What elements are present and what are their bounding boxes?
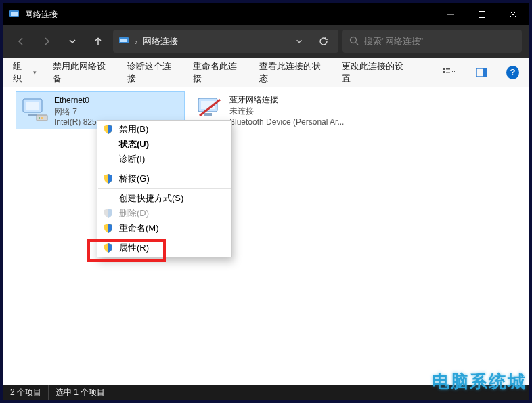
svg-rect-3 [479,12,485,18]
shield-icon [103,173,114,184]
svg-point-21 [41,117,43,119]
search-input[interactable]: 搜索"网络连接" [342,30,522,53]
svg-rect-13 [446,72,450,73]
menu-separator [98,188,231,189]
shield-icon [103,208,114,219]
up-button[interactable] [87,30,109,52]
ctx-status[interactable]: 状态(U) [97,137,231,152]
address-bar[interactable]: › 网络连接 [113,30,338,53]
adapter-device: Bluetooth Device (Personal Ar... [229,116,344,127]
svg-rect-24 [204,113,212,116]
menu-separator [98,238,231,238]
svg-rect-7 [120,39,127,42]
network-adapter-icon [20,95,50,125]
cmd-organize[interactable]: 组织 [13,60,37,85]
context-menu: 禁用(B) 状态(U) 诊断(I) 桥接(G) 创建快捷方式(S) 删除(D) … [97,120,232,257]
cmd-rename[interactable]: 重命名此连接 [193,60,243,85]
app-icon [9,9,20,20]
close-button[interactable] [497,3,529,25]
status-item-count: 2 个项目 [3,385,49,400]
cmd-disable-device[interactable]: 禁用此网络设备 [53,60,111,85]
help-button[interactable]: ? [506,66,519,79]
adapter-name: Ethernet0 [54,95,105,106]
svg-rect-10 [443,68,445,70]
recent-dropdown[interactable] [62,30,83,52]
chevron-right-icon: › [135,37,137,47]
command-bar: 组织 禁用此网络设备 诊断这个连接 重命名此连接 查看此连接的状态 更改此连接的… [3,58,529,87]
status-bar: 2 个项目 选中 1 个项目 [3,385,529,400]
window-title: 网络连接 [25,9,58,20]
svg-rect-18 [28,114,37,116]
address-history-dropdown[interactable] [290,32,309,51]
cmd-change-settings[interactable]: 更改此连接的设置 [342,60,408,85]
ctx-bridge[interactable]: 桥接(G) [97,171,231,186]
ctx-diagnose[interactable]: 诊断(I) [97,152,231,167]
ctx-delete: 删除(D) [97,206,231,221]
svg-rect-15 [483,68,487,77]
svg-rect-17 [26,102,39,110]
menu-separator [98,169,231,169]
adapter-network: 网络 7 [54,106,105,116]
adapter-name: 蓝牙网络连接 [229,94,344,106]
search-icon [349,36,359,47]
view-options-button[interactable] [441,64,458,81]
svg-point-8 [351,37,357,43]
svg-rect-1 [11,12,18,16]
adapter-status: 未连接 [229,106,344,116]
window: 网络连接 › 网络连接 搜索"网络连接" 组织 禁用此网络设备 诊断这个连接 重… [3,3,529,400]
ctx-disable[interactable]: 禁用(B) [97,122,231,137]
ctx-properties[interactable]: 属性(R) [97,240,231,255]
ctx-rename[interactable]: 重命名(M) [97,221,231,236]
svg-line-9 [356,42,359,45]
refresh-button[interactable] [314,32,333,51]
cmd-diagnose[interactable]: 诊断这个连接 [127,60,177,85]
shield-icon [103,124,114,135]
forward-button[interactable] [36,30,58,52]
preview-pane-button[interactable] [474,64,491,81]
svg-point-20 [39,117,40,119]
nav-row: › 网络连接 搜索"网络连接" [3,25,529,58]
location-icon [118,35,129,48]
adapter-info: 蓝牙网络连接 未连接 Bluetooth Device (Personal Ar… [229,94,344,127]
shield-icon [103,242,114,253]
content-area: Ethernet0 网络 7 Intel(R) 825… 蓝牙网络连接 未连接 … [3,87,529,385]
ctx-create-shortcut[interactable]: 创建快捷方式(S) [97,191,231,206]
breadcrumb[interactable]: 网络连接 [143,35,178,47]
back-button[interactable] [10,30,32,52]
status-selection-count: 选中 1 个项目 [49,385,112,400]
titlebar: 网络连接 [3,3,529,25]
svg-rect-12 [446,68,450,70]
search-placeholder: 搜索"网络连接" [364,35,423,47]
minimize-button[interactable] [435,3,466,25]
maximize-button[interactable] [466,3,497,25]
svg-rect-11 [443,71,445,73]
cmd-view-status[interactable]: 查看此连接的状态 [259,60,326,85]
shield-icon [103,223,114,234]
